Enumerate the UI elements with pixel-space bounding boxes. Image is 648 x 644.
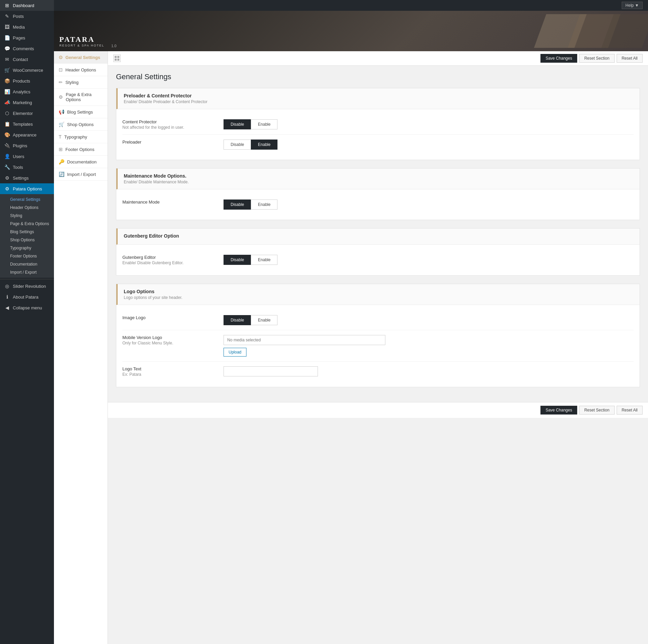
submenu-documentation[interactable]: Documentation: [0, 260, 54, 268]
help-button[interactable]: Help ▼: [622, 2, 643, 9]
sidebar-item-templates[interactable]: 📋 Templates: [0, 119, 54, 129]
maintenance-mode-control: Disable Enable: [224, 200, 277, 210]
header-options-icon: ⊡: [59, 67, 63, 72]
sidebar-item-products[interactable]: 📦 Products: [0, 75, 54, 86]
options-item-shop[interactable]: 🛒 Shop Options: [54, 118, 108, 131]
sidebar-item-media[interactable]: 🖼 Media: [0, 22, 54, 32]
submenu-styling[interactable]: Styling: [0, 212, 54, 220]
maintenance-mode-disable[interactable]: Disable: [224, 200, 251, 210]
image-logo-disable[interactable]: Disable: [224, 315, 251, 325]
sidebar-item-users[interactable]: 👤 Users: [0, 151, 54, 162]
options-item-typography[interactable]: T Typography: [54, 131, 108, 143]
setting-preloader: Preloader Disable Enable: [122, 135, 634, 154]
sidebar-item-appearance[interactable]: 🎨 Appearance: [0, 129, 54, 140]
svg-rect-1: [117, 56, 119, 58]
sidebar-item-slider[interactable]: ◎ Slider Revolution: [0, 281, 54, 292]
save-changes-button-bottom[interactable]: Save Changes: [540, 406, 577, 415]
sidebar-item-collapse[interactable]: ◀ Collapse menu: [0, 302, 54, 313]
content-protector-enable[interactable]: Enable: [251, 119, 277, 129]
submenu-general[interactable]: General Settings: [0, 195, 54, 204]
sidebar-item-dashboard[interactable]: ⊞ Dashboard: [0, 0, 54, 11]
gutenberg-disable[interactable]: Disable: [224, 255, 251, 265]
sidebar-item-comments[interactable]: 💬 Comments: [0, 43, 54, 54]
section-preloader: Preloader & Content Protector Enable/ Di…: [116, 88, 640, 160]
grid-view-icon[interactable]: [113, 55, 121, 62]
section-logo-title: Logo Options: [124, 289, 634, 294]
sidebar-item-contact[interactable]: ✉ Contact: [0, 54, 54, 65]
sidebar-item-settings[interactable]: ⚙ Settings: [0, 173, 54, 183]
content-protector-desc: Not affected for the logged in user.: [122, 125, 217, 130]
sidebar-item-elementor[interactable]: ⬡ Elementor: [0, 108, 54, 119]
patara-submenu: General Settings Header Options Styling …: [0, 194, 54, 278]
sidebar-item-tools[interactable]: 🔧 Tools: [0, 162, 54, 173]
options-item-page-extra[interactable]: ⚙ Page & Extra Options: [54, 89, 108, 106]
section-maintenance-header: Maintenance Mode Options. Enable/ Disabl…: [116, 168, 640, 189]
preloader-label-col: Preloader: [122, 140, 217, 145]
gutenberg-editor-label: Gutenberg Editor: [122, 255, 217, 260]
preloader-disable[interactable]: Disable: [224, 140, 251, 150]
section-gutenberg: Gutenberg Editor Option Gutenberg Editor…: [116, 228, 640, 276]
submenu-header[interactable]: Header Options: [0, 204, 54, 212]
templates-icon: 📋: [4, 121, 10, 127]
typography-options-icon: T: [59, 134, 62, 140]
options-item-styling[interactable]: ✏ Styling: [54, 76, 108, 89]
setting-logo-text: Logo Text Ex: Patara: [122, 362, 634, 381]
section-maintenance-title: Maintenance Mode Options.: [124, 173, 634, 179]
submenu-footer[interactable]: Footer Options: [0, 252, 54, 260]
sidebar-item-analytics[interactable]: 📊 Analytics: [0, 86, 54, 97]
options-item-import-export[interactable]: 🔄 Import / Export: [54, 168, 108, 181]
preloader-toggle: Disable Enable: [224, 140, 277, 150]
hero-version: 1.0: [111, 44, 116, 48]
section-gutenberg-header: Gutenberg Editor Option: [116, 228, 640, 245]
setting-maintenance-mode: Maintenance Mode Disable Enable: [122, 195, 634, 214]
svg-rect-2: [115, 59, 117, 61]
options-item-header[interactable]: ⊡ Header Options: [54, 64, 108, 76]
sidebar-item-about[interactable]: ℹ About Patara: [0, 292, 54, 302]
logo-text-input[interactable]: [224, 366, 318, 376]
options-item-documentation[interactable]: 🔑 Documentation: [54, 156, 108, 168]
reset-all-button-bottom[interactable]: Reset All: [617, 406, 643, 415]
content-protector-disable[interactable]: Disable: [224, 119, 251, 129]
section-preloader-header: Preloader & Content Protector Enable/ Di…: [116, 88, 640, 109]
maintenance-mode-enable[interactable]: Enable: [251, 200, 277, 210]
submenu-shop[interactable]: Shop Options: [0, 236, 54, 244]
options-item-footer[interactable]: ⊞ Footer Options: [54, 143, 108, 156]
import-export-options-icon: 🔄: [59, 172, 64, 177]
sidebar-item-pages[interactable]: 📄 Pages: [0, 32, 54, 43]
options-item-blog[interactable]: 📢 Blog Settings: [54, 106, 108, 118]
sidebar-item-posts[interactable]: ✎ Posts: [0, 11, 54, 22]
submenu-page-extra[interactable]: Page & Extra Options: [0, 220, 54, 228]
section-maintenance: Maintenance Mode Options. Enable/ Disabl…: [116, 168, 640, 220]
gutenberg-enable[interactable]: Enable: [251, 255, 277, 265]
submenu-import-export[interactable]: Import / Export: [0, 268, 54, 276]
save-changes-button-top[interactable]: Save Changes: [540, 54, 577, 63]
reset-section-button-top[interactable]: Reset Section: [579, 54, 615, 63]
appearance-icon: 🎨: [4, 132, 10, 137]
blog-options-icon: 📢: [59, 109, 64, 115]
section-preloader-body: Content Protector Not affected for the l…: [116, 109, 640, 160]
image-logo-control: Disable Enable: [224, 315, 277, 325]
setting-gutenberg-editor: Gutenberg Editor Enable/ Disable Gutenbe…: [122, 250, 634, 270]
documentation-options-icon: 🔑: [59, 159, 64, 164]
toolbar-left: [113, 55, 121, 62]
media-icon: 🖼: [4, 24, 10, 30]
sidebar-item-plugins[interactable]: 🔌 Plugins: [0, 140, 54, 151]
submenu-blog[interactable]: Blog Settings: [0, 228, 54, 236]
hero-logo: PATARA RESORT & SPA HOTEL: [59, 35, 105, 47]
sidebar-item-patara[interactable]: ⚙ Patara Options: [0, 183, 54, 194]
image-logo-enable[interactable]: Enable: [251, 315, 277, 325]
reset-all-button-top[interactable]: Reset All: [617, 54, 643, 63]
hero-shapes: [292, 11, 648, 51]
preloader-enable[interactable]: Enable: [251, 140, 277, 150]
mobile-logo-upload-button[interactable]: Upload: [224, 348, 246, 357]
logo-text-desc: Ex: Patara: [122, 372, 217, 377]
options-sidebar: ⊙ General Settings ⊡ Header Options ✏ St…: [54, 51, 108, 644]
reset-section-button-bottom[interactable]: Reset Section: [579, 406, 615, 415]
sidebar-item-woocommerce[interactable]: 🛒 WooCommerce: [0, 65, 54, 75]
footer-options-icon: ⊞: [59, 147, 63, 152]
top-bar: Help ▼: [54, 0, 648, 11]
svg-rect-0: [115, 56, 117, 58]
sidebar-item-marketing[interactable]: 📣 Marketing: [0, 97, 54, 108]
options-item-general[interactable]: ⊙ General Settings: [54, 51, 108, 64]
submenu-typography[interactable]: Typography: [0, 244, 54, 252]
